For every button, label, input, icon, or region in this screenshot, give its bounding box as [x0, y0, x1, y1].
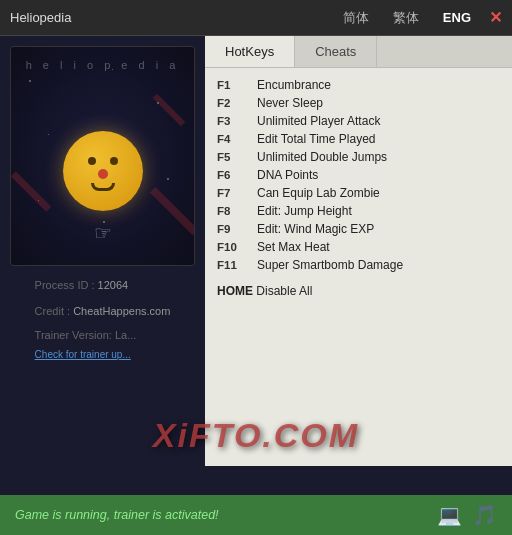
hotkey-key-f5[interactable]: F5 — [217, 151, 249, 163]
home-row: HOME Disable All — [217, 284, 500, 298]
cursor-icon: ☞ — [94, 221, 112, 245]
game-title-art: h e l i o p e d i a — [11, 59, 194, 71]
hotkey-row-f9: F9 Edit: Wind Magic EXP — [217, 222, 500, 236]
title-bar-left: Heliopedia — [10, 10, 71, 25]
hotkey-row-f3: F3 Unlimited Player Attack — [217, 114, 500, 128]
hotkey-key-f9[interactable]: F9 — [217, 223, 249, 235]
bottom-info: Process ID : 12064 Credit : CheatHappens… — [25, 266, 181, 375]
hotkey-row-f10: F10 Set Max Heat — [217, 240, 500, 254]
music-icon[interactable]: 🎵 — [472, 503, 497, 527]
trainer-update-link[interactable]: Check for trainer up... — [35, 349, 131, 360]
hotkey-key-f4[interactable]: F4 — [217, 133, 249, 145]
main-content: h e l i o p e d i a ☞ Process ID : 1206 — [0, 36, 512, 466]
face-inner — [88, 157, 118, 191]
left-panel: h e l i o p e d i a ☞ Process ID : 1206 — [0, 36, 205, 466]
status-bar: Game is running, trainer is activated! 💻… — [0, 495, 512, 535]
hotkey-key-f2[interactable]: F2 — [217, 97, 249, 109]
hotkey-label-f2: Never Sleep — [257, 96, 323, 110]
hotkey-row-f1: F1 Encumbrance — [217, 78, 500, 92]
title-bar-right: 简体 繁体 ENG ✕ — [337, 7, 502, 29]
hotkey-key-f7[interactable]: F7 — [217, 187, 249, 199]
process-id-row: Process ID : 12064 — [35, 276, 171, 296]
trainer-version-row: Trainer Version: La... — [35, 326, 171, 346]
credit-label: Credit : — [35, 305, 70, 317]
tab-hotkeys[interactable]: HotKeys — [205, 36, 295, 67]
status-message: Game is running, trainer is activated! — [15, 508, 219, 522]
game-image: h e l i o p e d i a ☞ — [10, 46, 195, 266]
hotkey-label-f5: Unlimited Double Jumps — [257, 150, 387, 164]
lang-simplified[interactable]: 简体 — [337, 7, 375, 29]
hotkey-key-f8[interactable]: F8 — [217, 205, 249, 217]
hotkey-label-f1: Encumbrance — [257, 78, 331, 92]
status-icons: 💻 🎵 — [437, 503, 497, 527]
hotkey-row-f2: F2 Never Sleep — [217, 96, 500, 110]
hotkey-label-f9: Edit: Wind Magic EXP — [257, 222, 374, 236]
hotkey-row-f7: F7 Can Equip Lab Zombie — [217, 186, 500, 200]
trainer-update-row: Check for trainer up... — [35, 345, 171, 365]
home-key[interactable]: HOME — [217, 284, 253, 298]
credit-row: Credit : CheatHappens.com — [35, 302, 171, 322]
computer-icon[interactable]: 💻 — [437, 503, 462, 527]
hotkey-row-f11: F11 Super Smartbomb Damage — [217, 258, 500, 272]
hotkey-label-f3: Unlimited Player Attack — [257, 114, 380, 128]
left-eye — [88, 157, 96, 165]
hotkey-label-f7: Can Equip Lab Zombie — [257, 186, 380, 200]
close-button[interactable]: ✕ — [489, 8, 502, 27]
app-title: Heliopedia — [10, 10, 71, 25]
trainer-version-label: Trainer Version: La... — [35, 329, 137, 341]
home-label: Disable All — [256, 284, 312, 298]
hotkey-label-f8: Edit: Jump Height — [257, 204, 352, 218]
tabs-bar: HotKeys Cheats — [205, 36, 512, 68]
lang-english[interactable]: ENG — [437, 8, 477, 27]
hotkey-label-f11: Super Smartbomb Damage — [257, 258, 403, 272]
hotkey-key-f3[interactable]: F3 — [217, 115, 249, 127]
hotkey-key-f10[interactable]: F10 — [217, 241, 249, 253]
hotkey-row-f5: F5 Unlimited Double Jumps — [217, 150, 500, 164]
hotkey-key-f11[interactable]: F11 — [217, 259, 249, 271]
lang-traditional[interactable]: 繁体 — [387, 7, 425, 29]
hotkey-label-f10: Set Max Heat — [257, 240, 330, 254]
mouth — [91, 183, 115, 191]
sun-face — [63, 131, 143, 211]
tab-cheats[interactable]: Cheats — [295, 36, 377, 67]
process-id-value: 12064 — [98, 279, 129, 291]
hotkeys-list: F1 Encumbrance F2 Never Sleep F3 Unlimit… — [205, 68, 512, 466]
credit-value: CheatHappens.com — [73, 305, 170, 317]
title-bar: Heliopedia 简体 繁体 ENG ✕ — [0, 0, 512, 36]
hotkey-row-f6: F6 DNA Points — [217, 168, 500, 182]
nose — [98, 169, 108, 179]
hotkey-key-f6[interactable]: F6 — [217, 169, 249, 181]
hotkey-label-f6: DNA Points — [257, 168, 318, 182]
eyes — [88, 157, 118, 165]
hotkey-row-f8: F8 Edit: Jump Height — [217, 204, 500, 218]
hotkey-row-f4: F4 Edit Total Time Played — [217, 132, 500, 146]
hotkey-key-f1[interactable]: F1 — [217, 79, 249, 91]
right-eye — [110, 157, 118, 165]
process-id-label: Process ID : — [35, 279, 95, 291]
right-panel: HotKeys Cheats F1 Encumbrance F2 Never S… — [205, 36, 512, 466]
hotkey-label-f4: Edit Total Time Played — [257, 132, 376, 146]
